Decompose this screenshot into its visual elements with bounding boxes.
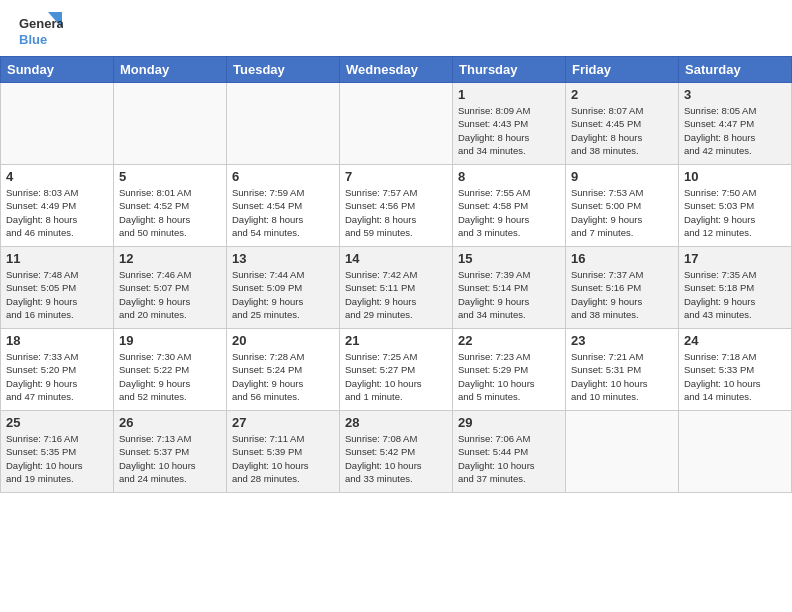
svg-text:Blue: Blue: [19, 32, 47, 47]
calendar-cell: 21Sunrise: 7:25 AM Sunset: 5:27 PM Dayli…: [340, 329, 453, 411]
day-number: 23: [571, 333, 673, 348]
calendar-week-row: 4Sunrise: 8:03 AM Sunset: 4:49 PM Daylig…: [1, 165, 792, 247]
day-info: Sunrise: 7:48 AM Sunset: 5:05 PM Dayligh…: [6, 268, 108, 321]
day-number: 22: [458, 333, 560, 348]
day-number: 3: [684, 87, 786, 102]
day-header-wednesday: Wednesday: [340, 57, 453, 83]
calendar-cell: 18Sunrise: 7:33 AM Sunset: 5:20 PM Dayli…: [1, 329, 114, 411]
calendar-cell: 4Sunrise: 8:03 AM Sunset: 4:49 PM Daylig…: [1, 165, 114, 247]
day-info: Sunrise: 7:59 AM Sunset: 4:54 PM Dayligh…: [232, 186, 334, 239]
calendar-header-row: SundayMondayTuesdayWednesdayThursdayFrid…: [1, 57, 792, 83]
calendar-week-row: 1Sunrise: 8:09 AM Sunset: 4:43 PM Daylig…: [1, 83, 792, 165]
day-number: 20: [232, 333, 334, 348]
day-info: Sunrise: 7:06 AM Sunset: 5:44 PM Dayligh…: [458, 432, 560, 485]
calendar-cell: 16Sunrise: 7:37 AM Sunset: 5:16 PM Dayli…: [566, 247, 679, 329]
day-number: 9: [571, 169, 673, 184]
calendar-cell: 7Sunrise: 7:57 AM Sunset: 4:56 PM Daylig…: [340, 165, 453, 247]
calendar-cell: 11Sunrise: 7:48 AM Sunset: 5:05 PM Dayli…: [1, 247, 114, 329]
day-info: Sunrise: 7:25 AM Sunset: 5:27 PM Dayligh…: [345, 350, 447, 403]
day-header-thursday: Thursday: [453, 57, 566, 83]
logo-container: GeneralBlue: [18, 10, 63, 50]
day-info: Sunrise: 8:07 AM Sunset: 4:45 PM Dayligh…: [571, 104, 673, 157]
calendar-cell: 6Sunrise: 7:59 AM Sunset: 4:54 PM Daylig…: [227, 165, 340, 247]
day-header-tuesday: Tuesday: [227, 57, 340, 83]
day-number: 24: [684, 333, 786, 348]
day-info: Sunrise: 7:50 AM Sunset: 5:03 PM Dayligh…: [684, 186, 786, 239]
calendar-cell: 26Sunrise: 7:13 AM Sunset: 5:37 PM Dayli…: [114, 411, 227, 493]
day-number: 28: [345, 415, 447, 430]
header: GeneralBlue: [0, 0, 792, 56]
day-number: 11: [6, 251, 108, 266]
calendar-cell: 24Sunrise: 7:18 AM Sunset: 5:33 PM Dayli…: [679, 329, 792, 411]
calendar-week-row: 11Sunrise: 7:48 AM Sunset: 5:05 PM Dayli…: [1, 247, 792, 329]
calendar-week-row: 25Sunrise: 7:16 AM Sunset: 5:35 PM Dayli…: [1, 411, 792, 493]
day-number: 27: [232, 415, 334, 430]
calendar-cell: 17Sunrise: 7:35 AM Sunset: 5:18 PM Dayli…: [679, 247, 792, 329]
day-info: Sunrise: 7:35 AM Sunset: 5:18 PM Dayligh…: [684, 268, 786, 321]
day-info: Sunrise: 7:37 AM Sunset: 5:16 PM Dayligh…: [571, 268, 673, 321]
day-info: Sunrise: 8:01 AM Sunset: 4:52 PM Dayligh…: [119, 186, 221, 239]
calendar-cell: 3Sunrise: 8:05 AM Sunset: 4:47 PM Daylig…: [679, 83, 792, 165]
calendar-cell: 27Sunrise: 7:11 AM Sunset: 5:39 PM Dayli…: [227, 411, 340, 493]
calendar-cell: [566, 411, 679, 493]
day-number: 12: [119, 251, 221, 266]
day-info: Sunrise: 7:18 AM Sunset: 5:33 PM Dayligh…: [684, 350, 786, 403]
calendar-cell: 22Sunrise: 7:23 AM Sunset: 5:29 PM Dayli…: [453, 329, 566, 411]
day-info: Sunrise: 8:09 AM Sunset: 4:43 PM Dayligh…: [458, 104, 560, 157]
calendar-cell: 29Sunrise: 7:06 AM Sunset: 5:44 PM Dayli…: [453, 411, 566, 493]
day-info: Sunrise: 7:16 AM Sunset: 5:35 PM Dayligh…: [6, 432, 108, 485]
calendar-cell: 19Sunrise: 7:30 AM Sunset: 5:22 PM Dayli…: [114, 329, 227, 411]
calendar-week-row: 18Sunrise: 7:33 AM Sunset: 5:20 PM Dayli…: [1, 329, 792, 411]
day-info: Sunrise: 7:30 AM Sunset: 5:22 PM Dayligh…: [119, 350, 221, 403]
day-header-saturday: Saturday: [679, 57, 792, 83]
day-info: Sunrise: 7:55 AM Sunset: 4:58 PM Dayligh…: [458, 186, 560, 239]
day-number: 13: [232, 251, 334, 266]
calendar-cell: 13Sunrise: 7:44 AM Sunset: 5:09 PM Dayli…: [227, 247, 340, 329]
calendar-cell: [1, 83, 114, 165]
day-info: Sunrise: 7:33 AM Sunset: 5:20 PM Dayligh…: [6, 350, 108, 403]
day-number: 18: [6, 333, 108, 348]
day-number: 19: [119, 333, 221, 348]
day-info: Sunrise: 7:08 AM Sunset: 5:42 PM Dayligh…: [345, 432, 447, 485]
svg-text:General: General: [19, 16, 63, 31]
calendar-cell: [227, 83, 340, 165]
day-number: 14: [345, 251, 447, 266]
day-number: 10: [684, 169, 786, 184]
calendar-cell: 14Sunrise: 7:42 AM Sunset: 5:11 PM Dayli…: [340, 247, 453, 329]
calendar-cell: [114, 83, 227, 165]
day-header-friday: Friday: [566, 57, 679, 83]
calendar-cell: [340, 83, 453, 165]
day-number: 2: [571, 87, 673, 102]
day-number: 25: [6, 415, 108, 430]
calendar-cell: 8Sunrise: 7:55 AM Sunset: 4:58 PM Daylig…: [453, 165, 566, 247]
calendar-cell: 5Sunrise: 8:01 AM Sunset: 4:52 PM Daylig…: [114, 165, 227, 247]
day-number: 1: [458, 87, 560, 102]
day-number: 21: [345, 333, 447, 348]
day-info: Sunrise: 7:28 AM Sunset: 5:24 PM Dayligh…: [232, 350, 334, 403]
day-info: Sunrise: 7:42 AM Sunset: 5:11 PM Dayligh…: [345, 268, 447, 321]
calendar-cell: 25Sunrise: 7:16 AM Sunset: 5:35 PM Dayli…: [1, 411, 114, 493]
day-header-sunday: Sunday: [1, 57, 114, 83]
calendar-cell: 9Sunrise: 7:53 AM Sunset: 5:00 PM Daylig…: [566, 165, 679, 247]
day-number: 17: [684, 251, 786, 266]
day-header-monday: Monday: [114, 57, 227, 83]
day-number: 7: [345, 169, 447, 184]
day-number: 26: [119, 415, 221, 430]
day-number: 5: [119, 169, 221, 184]
day-info: Sunrise: 7:57 AM Sunset: 4:56 PM Dayligh…: [345, 186, 447, 239]
calendar-cell: 12Sunrise: 7:46 AM Sunset: 5:07 PM Dayli…: [114, 247, 227, 329]
day-info: Sunrise: 7:11 AM Sunset: 5:39 PM Dayligh…: [232, 432, 334, 485]
calendar-cell: 10Sunrise: 7:50 AM Sunset: 5:03 PM Dayli…: [679, 165, 792, 247]
day-info: Sunrise: 7:44 AM Sunset: 5:09 PM Dayligh…: [232, 268, 334, 321]
day-info: Sunrise: 8:05 AM Sunset: 4:47 PM Dayligh…: [684, 104, 786, 157]
day-info: Sunrise: 7:39 AM Sunset: 5:14 PM Dayligh…: [458, 268, 560, 321]
day-info: Sunrise: 8:03 AM Sunset: 4:49 PM Dayligh…: [6, 186, 108, 239]
day-info: Sunrise: 7:23 AM Sunset: 5:29 PM Dayligh…: [458, 350, 560, 403]
day-number: 8: [458, 169, 560, 184]
calendar-cell: 28Sunrise: 7:08 AM Sunset: 5:42 PM Dayli…: [340, 411, 453, 493]
calendar-cell: [679, 411, 792, 493]
day-number: 4: [6, 169, 108, 184]
calendar: SundayMondayTuesdayWednesdayThursdayFrid…: [0, 56, 792, 493]
day-info: Sunrise: 7:21 AM Sunset: 5:31 PM Dayligh…: [571, 350, 673, 403]
calendar-cell: 2Sunrise: 8:07 AM Sunset: 4:45 PM Daylig…: [566, 83, 679, 165]
